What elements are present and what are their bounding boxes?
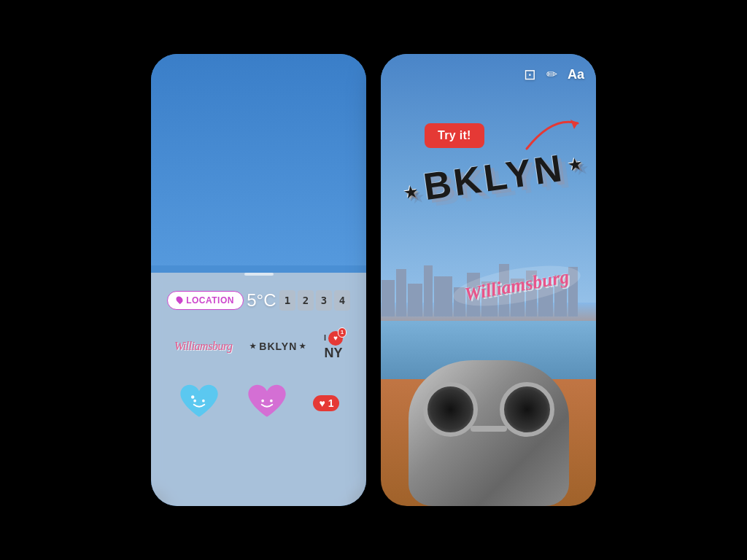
drag-handle[interactable] bbox=[244, 273, 274, 276]
blue-heart-sticker[interactable] bbox=[177, 382, 221, 425]
location-sticker[interactable]: LOCATION bbox=[167, 291, 244, 310]
sticker-tool-icon[interactable]: ⊡ bbox=[524, 66, 536, 83]
temperature-sticker[interactable]: 5°C bbox=[247, 290, 276, 311]
left-phone: LOCATION 5°C 1 2 3 4 bbox=[151, 54, 366, 506]
heart-icon: ♥ bbox=[319, 397, 325, 409]
notification-count: 1 bbox=[328, 397, 334, 409]
notification-heart-sticker[interactable]: ♥ 1 bbox=[313, 395, 339, 411]
iloveny-top: I ♥ bbox=[324, 331, 343, 346]
counter-digit-3: 3 bbox=[316, 290, 332, 311]
williamsburg-sticker-left[interactable]: Williamsburg bbox=[174, 340, 233, 353]
text-tool-icon[interactable]: Aa bbox=[568, 67, 584, 82]
heart-badge: ♥ bbox=[328, 331, 343, 346]
sticker-row-2: Williamsburg BKLYN I ♥ NY bbox=[166, 331, 352, 362]
counter-digit-2: 2 bbox=[298, 290, 314, 311]
draw-tool-icon[interactable]: ✏ bbox=[546, 66, 557, 82]
binocular-right-lens bbox=[500, 382, 554, 437]
building-5 bbox=[434, 276, 452, 316]
iloveny-city: NY bbox=[325, 346, 343, 362]
svg-point-0 bbox=[191, 395, 194, 398]
try-it-button[interactable]: Try it! bbox=[425, 123, 484, 148]
left-phone-sky bbox=[151, 54, 366, 265]
building-2 bbox=[396, 269, 406, 316]
sticker-row-3: ♥ 1 bbox=[166, 382, 352, 425]
counter-digit-1: 1 bbox=[279, 290, 295, 311]
counter-sticker[interactable]: 1 2 3 4 bbox=[279, 290, 350, 311]
location-label: LOCATION bbox=[186, 295, 234, 306]
binocular-bridge bbox=[471, 426, 507, 432]
svg-point-2 bbox=[203, 399, 206, 402]
location-pin-icon bbox=[175, 295, 185, 305]
bklyn-sticker-small[interactable]: BKLYN bbox=[249, 341, 306, 352]
right-phone: ★ BKLYN ★ Williamsburg ⊡ ✏ Aa Try it! bbox=[381, 54, 596, 506]
svg-point-4 bbox=[270, 399, 273, 402]
photo-background: ★ BKLYN ★ Williamsburg ⊡ ✏ Aa Try it! bbox=[381, 54, 596, 506]
sticker-row-1: LOCATION 5°C 1 2 3 4 bbox=[166, 290, 352, 311]
binoculars bbox=[409, 360, 569, 506]
sticker-grid: LOCATION 5°C 1 2 3 4 bbox=[151, 290, 366, 425]
building-3 bbox=[408, 284, 422, 316]
counter-digit-4: 4 bbox=[334, 290, 350, 311]
bklyn-text-small: BKLYN bbox=[259, 341, 297, 352]
svg-point-1 bbox=[194, 399, 197, 402]
building-4 bbox=[424, 265, 433, 316]
svg-marker-5 bbox=[570, 120, 578, 129]
building-1 bbox=[382, 280, 395, 316]
iloveny-sticker[interactable]: I ♥ NY bbox=[324, 331, 343, 362]
binocular-left-lens bbox=[423, 382, 478, 437]
star-left-icon: ★ bbox=[403, 182, 421, 202]
sticker-panel: LOCATION 5°C 1 2 3 4 bbox=[151, 273, 366, 506]
toolbar: ⊡ ✏ Aa bbox=[524, 66, 584, 83]
iloveny-i: I bbox=[324, 333, 326, 343]
purple-heart-sticker[interactable] bbox=[245, 382, 289, 425]
try-it-arrow bbox=[516, 109, 589, 160]
svg-point-3 bbox=[262, 399, 265, 402]
